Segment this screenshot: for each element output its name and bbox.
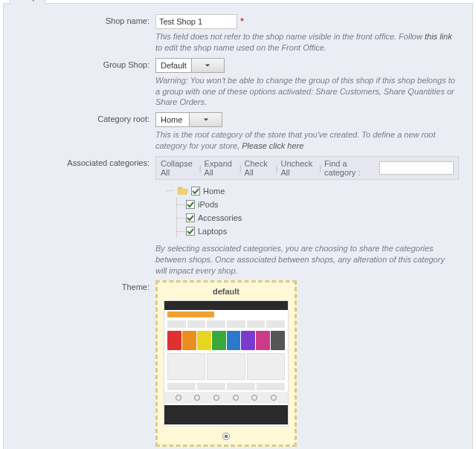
tree-node-accessories[interactable]: Accessories: [198, 213, 242, 222]
home-checkbox[interactable]: [191, 187, 200, 196]
category-root-link[interactable]: Please click here: [242, 141, 303, 150]
folder-open-icon: [178, 187, 188, 196]
shop-name-desc: This field does not refer to the shop na…: [155, 31, 459, 54]
category-root-select[interactable]: Home: [155, 112, 222, 127]
shop-name-link[interactable]: this link: [425, 32, 452, 41]
laptops-checkbox[interactable]: [186, 227, 195, 236]
theme-label: Theme:: [10, 280, 155, 447]
assoc-cat-desc: By selecting associated categories, you …: [155, 243, 459, 277]
find-category-input[interactable]: [379, 161, 454, 175]
category-root-desc: This is the root category of the store t…: [155, 129, 459, 152]
theme-option[interactable]: default: [155, 280, 297, 447]
category-tree: Home iPods Accessories Lap: [155, 180, 459, 241]
group-shop-value: Default: [156, 59, 191, 72]
chevron-down-icon: [191, 59, 224, 72]
assoc-cat-label: Associated categories:: [10, 156, 155, 277]
find-category-label: Find a category :: [324, 159, 375, 177]
theme-preview-image: [164, 300, 289, 427]
expand-all-link[interactable]: Expand All: [205, 159, 237, 177]
group-shop-label: Group Shop:: [10, 58, 155, 109]
theme-radio[interactable]: [222, 433, 230, 440]
check-all-link[interactable]: Check All: [245, 159, 273, 177]
tree-node-laptops[interactable]: Laptops: [198, 227, 227, 236]
tree-node-ipods[interactable]: iPods: [198, 200, 219, 209]
category-root-value: Home: [156, 113, 189, 126]
tab-shop[interactable]: Shop: [10, 0, 45, 4]
shop-name-label: Shop name:: [10, 14, 155, 54]
category-root-label: Category root:: [10, 112, 155, 152]
chevron-down-icon: [189, 113, 222, 126]
group-shop-select[interactable]: Default: [155, 58, 225, 73]
group-shop-desc: Warning: You won't be able to change the…: [155, 75, 459, 109]
accessories-checkbox[interactable]: [186, 213, 195, 222]
category-toolbar: Collapse All| Expand All| Check All| Unc…: [155, 156, 459, 180]
required-marker: *: [240, 16, 244, 27]
ipods-checkbox[interactable]: [186, 200, 195, 209]
collapse-all-link[interactable]: Collapse All: [161, 159, 196, 177]
tree-node-home[interactable]: Home: [203, 187, 225, 196]
theme-name: default: [159, 284, 293, 299]
shop-name-input[interactable]: [155, 14, 237, 29]
uncheck-all-link[interactable]: Uncheck All: [280, 159, 316, 177]
